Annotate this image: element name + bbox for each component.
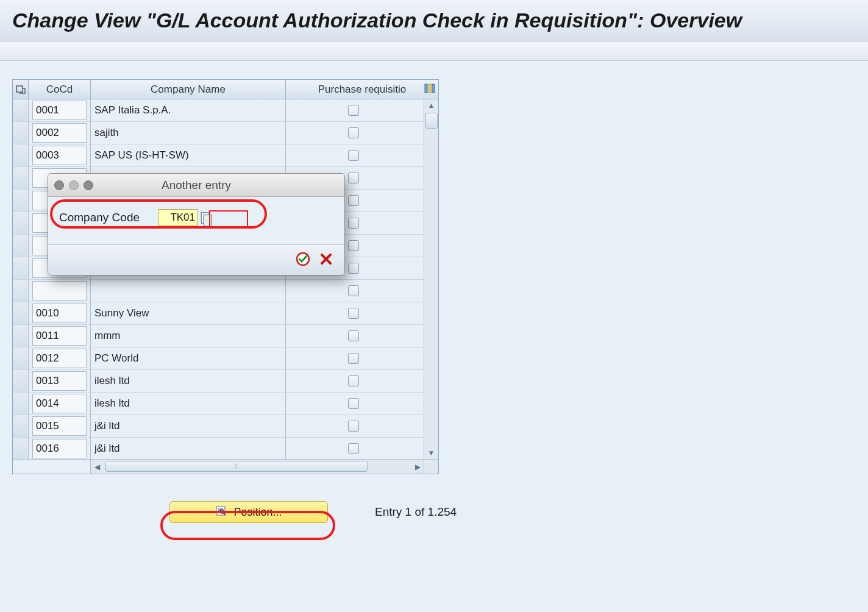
purchase-req-checkbox[interactable] [348,353,359,364]
row-selector[interactable] [13,144,29,166]
table-row: sajith [13,122,438,144]
purchase-req-checkbox[interactable] [348,421,359,432]
purchase-req-checkbox[interactable] [348,195,359,206]
purchase-req-checkbox[interactable] [348,375,359,386]
company-code-input[interactable] [158,209,198,226]
svg-rect-7 [204,215,212,226]
purchase-req-checkbox[interactable] [348,150,359,161]
company-code-label: Company Code [59,211,140,224]
company-name-cell: PC World [91,347,286,369]
company-name-cell [91,280,286,302]
position-icon [215,505,227,520]
position-button-label: Position... [233,506,282,519]
row-selector[interactable] [13,167,29,189]
row-selector[interactable] [13,325,29,347]
company-name-cell: j&i ltd [91,438,286,459]
table-row: ilesh ltd [13,370,438,393]
cocd-input[interactable] [32,123,87,143]
table-row: j&i ltd [13,415,438,438]
company-name-cell: SAP Italia S.p.A. [91,99,286,121]
row-selector[interactable] [13,122,29,144]
vertical-scrollbar[interactable]: ▲ ▼ [424,99,438,459]
row-selector[interactable] [13,302,29,324]
company-name-cell: ilesh ltd [91,393,286,415]
column-header-cocd[interactable]: CoCd [29,80,91,99]
application-toolbar [0,41,868,61]
purchase-req-checkbox[interactable] [348,330,359,341]
company-name-cell: mmm [91,325,286,347]
svg-rect-3 [432,84,435,93]
svg-rect-2 [429,84,431,93]
row-selector[interactable] [13,393,29,415]
value-help-icon[interactable] [201,210,213,225]
cancel-button[interactable] [319,252,333,269]
cocd-input[interactable] [32,349,87,368]
row-selector[interactable] [13,190,29,212]
table-row [13,280,438,302]
row-selector[interactable] [13,438,29,459]
row-selector[interactable] [13,415,29,437]
scroll-up-icon[interactable]: ▲ [424,99,438,112]
row-selector[interactable] [13,99,29,121]
cocd-input[interactable] [32,371,87,391]
row-selector[interactable] [13,235,29,257]
entry-status-text: Entry 1 of 1.254 [375,505,457,519]
scroll-left-icon[interactable]: ◀ [91,460,103,474]
row-selector[interactable] [13,370,29,392]
vertical-scroll-thumb[interactable] [425,113,438,129]
table-row: SAP US (IS-HT-SW) [13,144,438,167]
purchase-req-checkbox[interactable] [348,263,359,274]
company-name-cell: Sunny View [91,302,286,324]
purchase-req-checkbox[interactable] [348,443,359,454]
page-title: Change View "G/L Account Authorization C… [0,0,868,41]
data-table: CoCd Company Name Purchase requisitio SA… [12,79,439,474]
purchase-req-checkbox[interactable] [348,127,359,138]
cocd-input[interactable] [32,101,87,120]
column-header-purchase-req-label: Purchase requisitio [318,84,407,96]
purchase-req-checkbox[interactable] [348,308,359,319]
dialog-title: Another entry [48,179,344,192]
purchase-req-checkbox[interactable] [348,218,359,229]
table-row: ilesh ltd [13,393,438,415]
row-selector[interactable] [13,257,29,279]
position-button[interactable]: Position... [169,501,328,523]
cocd-input[interactable] [32,416,87,436]
column-header-purchase-req[interactable]: Purchase requisitio [286,80,438,99]
company-name-cell: j&i ltd [91,415,286,437]
purchase-req-checkbox[interactable] [348,240,359,251]
horizontal-scroll-thumb[interactable]: ⠿ [105,461,368,472]
scroll-down-icon[interactable]: ▼ [424,447,438,459]
company-name-cell: SAP US (IS-HT-SW) [91,144,286,166]
ok-button[interactable] [296,252,310,269]
horizontal-scrollbar[interactable]: ◀ ⠿ ▶ [91,460,424,474]
row-selector[interactable] [13,212,29,234]
another-entry-dialog: Another entry Company Code [48,173,345,276]
row-selector[interactable] [13,347,29,369]
horizontal-scrollbar-row: ◀ ⠿ ▶ [13,459,438,474]
company-name-cell: sajith [91,122,286,144]
row-selector[interactable] [13,280,29,302]
table-row: PC World [13,347,438,370]
company-name-cell: ilesh ltd [91,370,286,392]
svg-rect-0 [16,86,23,92]
cocd-input[interactable] [32,146,87,165]
purchase-req-checkbox[interactable] [348,105,359,116]
scroll-right-icon[interactable]: ▶ [411,460,424,474]
table-row: j&i ltd [13,438,438,459]
cocd-input[interactable] [32,304,87,323]
table-row: SAP Italia S.p.A. [13,99,438,122]
table-row: mmm [13,325,438,347]
cocd-input[interactable] [32,281,87,301]
table-header-row: CoCd Company Name Purchase requisitio [13,80,438,99]
cocd-input[interactable] [32,439,87,458]
purchase-req-checkbox[interactable] [348,285,359,296]
cocd-input[interactable] [32,326,87,346]
table-settings-icon[interactable] [424,82,436,94]
dialog-titlebar[interactable]: Another entry [48,174,344,197]
purchase-req-checkbox[interactable] [348,398,359,409]
column-header-company-name[interactable]: Company Name [91,80,286,99]
cocd-input[interactable] [32,394,87,413]
select-all-icon[interactable] [13,80,29,99]
purchase-req-checkbox[interactable] [348,173,359,183]
svg-rect-1 [425,84,427,93]
